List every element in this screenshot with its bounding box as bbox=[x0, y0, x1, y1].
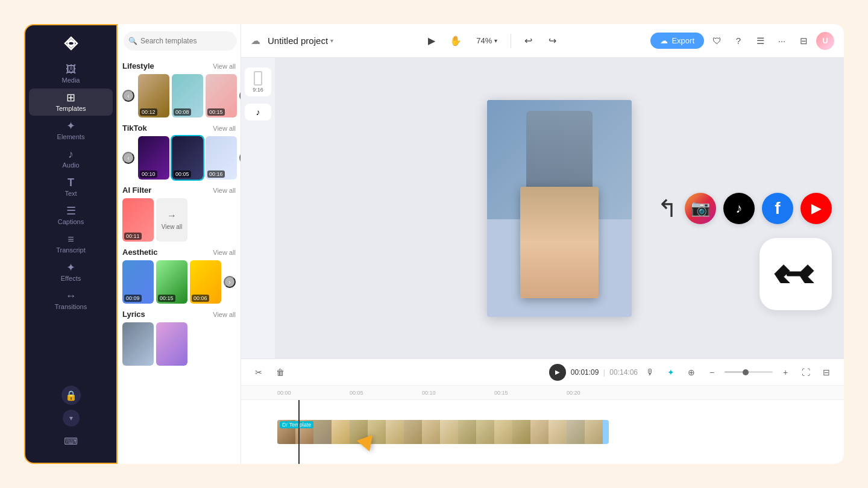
frame-12 bbox=[476, 420, 494, 444]
delete-clip-button[interactable]: 🗑 bbox=[272, 364, 288, 380]
lifestyle-thumb-3[interactable]: 00:15 bbox=[206, 74, 237, 117]
timeline-play-button[interactable]: ▶ bbox=[549, 364, 566, 381]
share-arrow-icon: ↱ bbox=[657, 195, 678, 222]
sidebar-item-transcript-label: Transcript bbox=[56, 246, 86, 254]
timeline-controls: ✂ 🗑 ▶ 00:01:09 | 00:14:06 🎙 ✦ ⊕ − bbox=[241, 359, 844, 386]
redo-button[interactable]: ↪ bbox=[542, 31, 562, 51]
aesthetic-section-header: Aesthetic View all bbox=[122, 248, 236, 257]
sidebar-item-effects[interactable]: ✦ Effects bbox=[25, 258, 116, 286]
frame-15 bbox=[530, 420, 549, 444]
sidebar-item-elements[interactable]: ✦ Elements bbox=[25, 117, 116, 144]
timeline: ✂ 🗑 ▶ 00:01:09 | 00:14:06 🎙 ✦ ⊕ − bbox=[241, 358, 844, 464]
tiktok-view-all[interactable]: View all bbox=[213, 125, 236, 132]
mic-button[interactable]: 🎙 bbox=[643, 364, 658, 380]
split-clip-button[interactable]: ✂ bbox=[251, 364, 266, 380]
tiktok-prev-btn[interactable]: ‹ bbox=[122, 152, 134, 164]
main-editor: ☁ Untitled project ▾ ▶ ✋ 74% ▾ ↩ ↪ ☁ Ex bbox=[241, 24, 844, 464]
split-view-button[interactable]: ⊟ bbox=[794, 32, 813, 50]
more-options-button[interactable]: ··· bbox=[773, 32, 791, 50]
sidebar-item-media-label: Media bbox=[62, 77, 80, 84]
tiktok-icon[interactable]: ♪ bbox=[723, 193, 755, 224]
tiktok-duration-3: 00:16 bbox=[207, 170, 225, 178]
tiktok-next-btn[interactable]: › bbox=[239, 152, 241, 164]
aesthetic-next-btn[interactable]: › bbox=[224, 276, 236, 288]
frame-10 bbox=[440, 420, 458, 444]
lifestyle-thumb-1[interactable]: 00:12 bbox=[138, 74, 169, 117]
lyrics-view-all[interactable]: View all bbox=[213, 311, 236, 318]
undo-button[interactable]: ↩ bbox=[518, 31, 538, 51]
tiktok-duration-1: 00:10 bbox=[140, 170, 157, 178]
video-clip[interactable]: Dr Template bbox=[277, 420, 609, 444]
minus-button[interactable]: − bbox=[704, 364, 720, 380]
youtube-icon[interactable]: ▶ bbox=[800, 193, 832, 224]
tiktok-thumb-2[interactable]: 00:05 bbox=[172, 136, 203, 180]
topbar-divider bbox=[511, 34, 511, 48]
fullscreen-button[interactable]: ⛶ bbox=[798, 364, 814, 380]
ai-voice-button[interactable]: ✦ bbox=[663, 364, 679, 380]
aesthetic-thumb-2[interactable]: 00:15 bbox=[156, 260, 187, 304]
hand-tool-button[interactable]: ✋ bbox=[446, 31, 465, 51]
lifestyle-thumb-2[interactable]: 00:08 bbox=[172, 74, 203, 117]
zoom-slider-thumb[interactable] bbox=[743, 369, 749, 375]
snap-button[interactable]: ⊕ bbox=[684, 364, 699, 380]
shield-button[interactable]: 🛡 bbox=[708, 32, 726, 50]
lifestyle-prev-btn[interactable]: ‹ bbox=[122, 90, 134, 102]
sidebar-item-transitions-label: Transitions bbox=[55, 303, 87, 310]
lifestyle-next-btn[interactable]: › bbox=[239, 90, 241, 102]
frame-16 bbox=[549, 420, 567, 444]
sidebar-item-audio[interactable]: ♪ Audio bbox=[25, 145, 116, 172]
instagram-icon[interactable]: 📷 bbox=[685, 193, 716, 224]
ai-filter-thumb-1[interactable]: 00:11 bbox=[122, 198, 154, 242]
lifestyle-view-all[interactable]: View all bbox=[213, 63, 236, 70]
lock-icon: 🔒 bbox=[61, 386, 81, 405]
play-preview-button[interactable]: ▶ bbox=[422, 31, 441, 51]
lyrics-thumb-2[interactable] bbox=[156, 322, 187, 366]
sidebar-item-effects-label: Effects bbox=[61, 275, 81, 282]
ruler-marks: 00:00 00:05 00:10 00:15 00:20 bbox=[277, 390, 639, 396]
search-input[interactable] bbox=[124, 31, 237, 51]
plus-button[interactable]: + bbox=[778, 364, 793, 380]
zoom-control[interactable]: 74% ▾ bbox=[470, 34, 503, 48]
ai-filter-title: AI Filter bbox=[122, 186, 151, 195]
topbar-right: ☁ Export 🛡 ? ☰ ··· ⊟ U bbox=[650, 32, 834, 50]
sidebar-item-templates[interactable]: ⊞ Templates bbox=[29, 89, 113, 116]
ruler-label-2: 00:10 bbox=[422, 390, 436, 396]
aesthetic-thumb-1[interactable]: 00:09 bbox=[122, 260, 154, 304]
facebook-icon[interactable]: f bbox=[762, 193, 793, 224]
sidebar-item-templates-label: Templates bbox=[55, 105, 86, 112]
tiktok-thumb-1[interactable]: 00:10 bbox=[138, 136, 169, 180]
help-button[interactable]: ? bbox=[729, 32, 747, 50]
frame-13 bbox=[494, 420, 512, 444]
ai-filter-view-all-card[interactable]: → View all bbox=[156, 198, 187, 242]
ai-filter-view-all[interactable]: View all bbox=[213, 187, 236, 194]
sidebar-item-media[interactable]: 🖼 Media bbox=[25, 60, 116, 87]
sidebar-item-captions[interactable]: ☰ Captions bbox=[25, 202, 116, 229]
play-time: 00:01:09 bbox=[571, 368, 599, 377]
tiktok-thumb-3[interactable]: 00:16 bbox=[206, 136, 237, 180]
zoom-chevron-icon: ▾ bbox=[494, 37, 497, 44]
social-icons-area: ↱ 📷 ♪ f ▶ bbox=[657, 193, 832, 224]
lyrics-thumbs bbox=[122, 322, 236, 366]
sidebar-item-text[interactable]: T Text bbox=[25, 174, 116, 201]
ai-filter-section-header: AI Filter View all bbox=[122, 186, 236, 195]
sidebar-item-transitions[interactable]: ↔ Transitions bbox=[25, 287, 116, 314]
aesthetic-view-all[interactable]: View all bbox=[213, 249, 236, 256]
aspect-916-item[interactable]: 9:16 bbox=[245, 67, 271, 96]
app-logo bbox=[60, 33, 82, 54]
lyrics-thumb-1[interactable] bbox=[122, 322, 154, 366]
project-title[interactable]: Untitled project ▾ bbox=[268, 36, 333, 46]
aspect-tiktok-item[interactable]: ♪ bbox=[245, 104, 271, 120]
export-button[interactable]: ☁ Export bbox=[650, 33, 704, 49]
collapse-button[interactable]: ▾ bbox=[63, 410, 80, 427]
preview-area: 9:16 ♪ ↱ 📷 ♪ bbox=[241, 58, 844, 358]
total-time: 00:14:06 bbox=[609, 368, 638, 377]
layers-button[interactable]: ☰ bbox=[751, 32, 769, 50]
caption-toggle-button[interactable]: ⊟ bbox=[819, 364, 834, 380]
frame-14 bbox=[512, 420, 530, 444]
aesthetic-thumb-3[interactable]: 00:06 bbox=[190, 260, 221, 304]
ruler-label-4: 00:20 bbox=[567, 390, 580, 396]
media-icon: 🖼 bbox=[66, 64, 77, 75]
sidebar-item-transcript[interactable]: ≡ Transcript bbox=[25, 230, 116, 257]
left-sidebar: 🖼 Media ⊞ Templates ✦ Elements ♪ Audio T… bbox=[24, 24, 118, 464]
capcut-logo-watermark bbox=[760, 238, 832, 310]
